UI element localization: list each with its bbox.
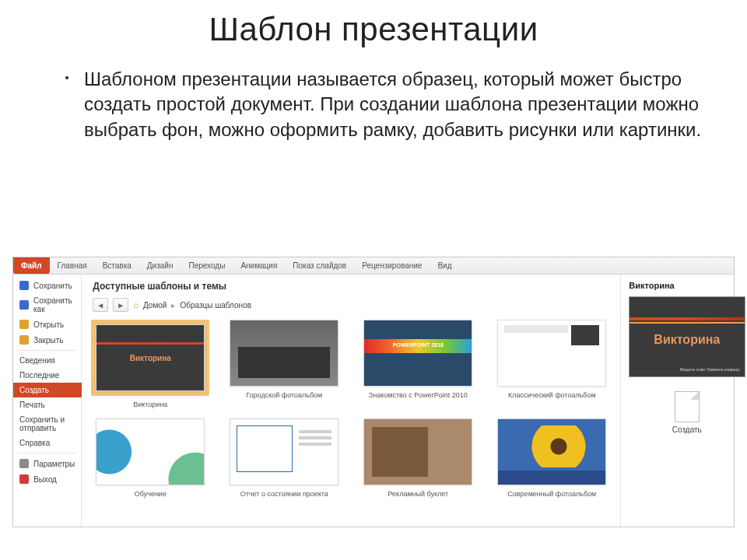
backstage: Сохранить Сохранить как Открыть Закрыть …	[13, 275, 734, 527]
sidebar-item-label: Сохранить как	[33, 296, 75, 313]
bullet-icon	[65, 76, 68, 79]
template-item-ppt-intro[interactable]: POWERPOINT 2010 Знакомство с PowerPoint …	[360, 320, 475, 409]
preview-corner-text: Введите ответ Нажмите клавишу	[680, 368, 740, 373]
template-preview: Викторина Введите ответ Нажмите клавишу	[629, 296, 745, 377]
template-thumb: POWERPOINT 2010	[363, 320, 472, 387]
sidebar-item-label: Печать	[19, 401, 45, 409]
template-item-modern-album[interactable]: Современный фотоальбом	[494, 418, 609, 499]
create-button-label: Создать	[672, 425, 702, 434]
preview-pane: Викторина Викторина Введите ответ Нажмит…	[620, 275, 747, 527]
sidebar-item-close[interactable]: Закрыть	[13, 332, 81, 348]
exit-icon	[19, 474, 29, 484]
template-item-city-album[interactable]: Городской фотоальбом	[226, 320, 342, 409]
template-label: Обучение	[135, 490, 167, 499]
template-item-brochure[interactable]: Рекламный буклет	[360, 418, 475, 499]
sidebar-item-recent[interactable]: Последние	[13, 368, 81, 383]
template-item-viktorina[interactable]: Викторина Викторина	[93, 320, 208, 409]
template-gallery: Доступные шаблоны и темы ◄ ► ⌂ Домой ▸ О…	[82, 275, 620, 527]
options-icon	[19, 459, 29, 468]
sidebar-item-share[interactable]: Сохранить и отправить	[13, 412, 81, 436]
template-thumb	[497, 320, 606, 387]
sidebar-item-label: Параметры	[33, 460, 75, 468]
ribbon: Файл Главная Вставка Дизайн Переходы Ани…	[13, 257, 734, 275]
sidebar-item-info[interactable]: Сведения	[13, 353, 81, 368]
sidebar-item-label: Закрыть	[33, 336, 64, 345]
sidebar-item-label: Сохранить и отправить	[19, 415, 75, 432]
template-label: Современный фотоальбом	[507, 490, 596, 499]
saveas-icon	[19, 300, 29, 310]
create-button[interactable]: Создать	[662, 391, 712, 434]
sidebar-item-exit[interactable]: Выход	[13, 471, 81, 487]
slide-body: Шаблоном презентации называется образец,…	[0, 48, 747, 142]
template-label: Классический фотоальбом	[508, 391, 596, 400]
template-thumb	[363, 418, 472, 485]
sidebar-item-options[interactable]: Параметры	[13, 456, 81, 471]
sidebar-item-open[interactable]: Открыть	[13, 317, 81, 332]
slide-title: Шаблон презентации	[0, 0, 747, 48]
ribbon-tab-design[interactable]: Дизайн	[139, 257, 181, 274]
nav-back-button[interactable]: ◄	[93, 298, 108, 312]
gallery-breadcrumb: ◄ ► ⌂ Домой ▸ Образцы шаблонов	[93, 298, 609, 312]
preview-title: Викторина	[629, 281, 674, 290]
ribbon-tab-file[interactable]: Файл	[13, 257, 50, 274]
template-item-learning[interactable]: Обучение	[93, 418, 208, 499]
template-item-classic-album[interactable]: Классический фотоальбом	[494, 320, 609, 409]
breadcrumb-home[interactable]: Домой	[143, 301, 167, 310]
sidebar-item-save[interactable]: Сохранить	[13, 278, 81, 293]
app-screenshot: Файл Главная Вставка Дизайн Переходы Ани…	[12, 257, 735, 527]
sidebar-separator	[18, 453, 76, 453]
template-thumb	[96, 418, 205, 485]
sidebar-item-new[interactable]: Создать	[13, 383, 82, 397]
ribbon-tab-animation[interactable]: Анимация	[233, 257, 285, 274]
template-thumb	[230, 320, 338, 387]
ribbon-tab-view[interactable]: Вид	[430, 257, 459, 274]
sidebar-separator	[18, 350, 76, 351]
template-item-project-status[interactable]: Отчет о состоянии проекта	[226, 418, 342, 499]
gallery-title: Доступные шаблоны и темы	[93, 281, 609, 292]
home-icon: ⌂	[133, 300, 139, 310]
preview-slide-title: Викторина	[654, 333, 720, 347]
template-thumb	[497, 418, 606, 485]
save-icon	[19, 281, 29, 290]
template-label: Знакомство с PowerPoint 2010	[369, 391, 468, 400]
chevron-right-icon: ▸	[171, 301, 175, 310]
sidebar-item-label: Выход	[33, 475, 57, 484]
template-thumb	[230, 418, 338, 485]
close-icon	[19, 335, 29, 345]
nav-forward-button[interactable]: ►	[113, 298, 128, 312]
sidebar-item-label: Сохранить	[33, 282, 72, 290]
template-thumb: Викторина	[96, 324, 205, 391]
sidebar-item-label: Сведения	[19, 356, 55, 365]
template-label: Городской фотоальбом	[246, 391, 322, 400]
template-label: Викторина	[133, 401, 167, 409]
body-paragraph: Шаблоном презентации называется образец,…	[84, 68, 701, 140]
sidebar-item-help[interactable]: Справка	[13, 436, 81, 450]
sidebar-item-print[interactable]: Печать	[13, 397, 81, 412]
ribbon-tab-transitions[interactable]: Переходы	[181, 257, 233, 274]
template-label: Отчет о состоянии проекта	[240, 490, 328, 499]
template-label: Рекламный буклет	[388, 490, 448, 499]
open-icon	[19, 320, 29, 329]
ribbon-tab-review[interactable]: Рецензирование	[354, 257, 430, 274]
ribbon-tab-insert[interactable]: Вставка	[95, 257, 139, 274]
thumb-text: POWERPOINT 2010	[364, 342, 472, 348]
sidebar-item-label: Справка	[19, 439, 50, 447]
document-icon	[675, 391, 700, 422]
sidebar-item-label: Создать	[19, 386, 49, 394]
sidebar-item-saveas[interactable]: Сохранить как	[13, 293, 81, 317]
breadcrumb-current[interactable]: Образцы шаблонов	[180, 301, 251, 310]
sidebar-item-label: Последние	[19, 371, 59, 380]
sidebar-item-label: Открыть	[33, 320, 64, 329]
thumb-text: Викторина	[130, 354, 171, 362]
backstage-sidebar: Сохранить Сохранить как Открыть Закрыть …	[13, 275, 82, 527]
ribbon-tab-slideshow[interactable]: Показ слайдов	[285, 257, 354, 274]
slide: Шаблон презентации Шаблоном презентации …	[0, 0, 747, 560]
template-grid: Викторина Викторина Городской фотоальбом…	[93, 320, 609, 499]
ribbon-tab-home[interactable]: Главная	[50, 257, 95, 274]
